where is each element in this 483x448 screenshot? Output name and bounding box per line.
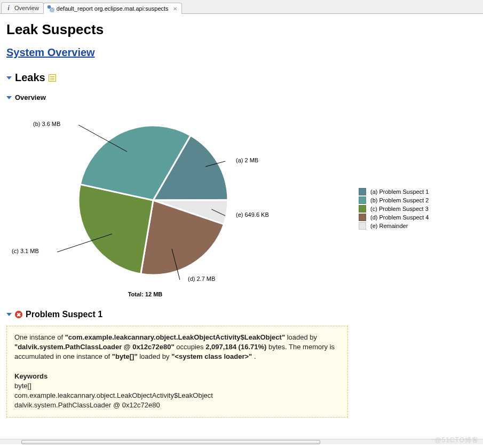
twisty-leaks[interactable]: [6, 76, 12, 80]
pie-label-c: (c) 3.1 MB: [12, 248, 39, 254]
p1-period: .: [254, 352, 256, 360]
legend-swatch: [359, 205, 366, 213]
legend-item-c: (c) Problem Suspect 3: [359, 205, 429, 213]
p1-syscl: "<system class loader>": [171, 352, 252, 360]
legend-label: (d) Problem Suspect 4: [370, 214, 429, 221]
leader-lines: [6, 112, 284, 304]
tab-bar: i Overview default_report org.eclipse.ma…: [0, 0, 483, 14]
pie-chart-zone: (a) 2 MB(e) 649.6 KB(d) 2.7 MB(c) 3.1 MB…: [6, 112, 477, 304]
tab-report-label: default_report org.eclipse.mat.api:suspe…: [57, 5, 169, 12]
legend: (a) Problem Suspect 1(b) Problem Suspect…: [359, 187, 429, 231]
tab-overview[interactable]: i Overview: [1, 2, 44, 13]
scrollbar-thumb[interactable]: [21, 440, 320, 444]
legend-swatch: [359, 197, 366, 204]
legend-label: (b) Problem Suspect 2: [370, 197, 429, 203]
p1-occ: occupies: [176, 343, 205, 351]
pie-label-e: (e) 649.6 KB: [236, 211, 269, 218]
content-area: Leak Suspects System Overview Leaks Over…: [0, 14, 483, 439]
document-icon: [49, 74, 56, 82]
twisty-overview[interactable]: [6, 96, 12, 99]
pie-total-label: Total: 12 MB: [6, 291, 284, 297]
problem1-paragraph: One instance of "com.example.leakcannary…: [14, 333, 340, 362]
p1-loader: "dalvik.system.PathClassLoader @ 0x12c72…: [14, 343, 175, 351]
legend-label: (c) Problem Suspect 3: [370, 206, 429, 212]
legend-item-e: (e) Remainder: [359, 222, 429, 230]
section-problem1-title: Problem Suspect 1: [26, 310, 102, 319]
close-icon[interactable]: ✕: [173, 6, 177, 12]
p1-bytearr: "byte[]": [112, 352, 138, 360]
legend-item-b: (b) Problem Suspect 2: [359, 197, 429, 204]
p1-lb2: loaded by: [139, 352, 171, 360]
p1-kw1: byte[]: [14, 382, 31, 390]
tab-report[interactable]: default_report org.eclipse.mat.api:suspe…: [43, 3, 182, 14]
legend-swatch: [359, 188, 366, 195]
error-icon: ✖: [15, 311, 22, 318]
horizontal-scrollbar[interactable]: [0, 439, 483, 444]
legend-swatch: [359, 222, 366, 230]
report-icon: [47, 5, 54, 12]
p1-loadedby: loaded by: [287, 333, 317, 341]
legend-item-a: (a) Problem Suspect 1: [359, 188, 429, 195]
legend-swatch: [359, 214, 366, 221]
p1-class: "com.example.leakcannary.object.LeakObje…: [65, 333, 285, 341]
legend-label: (e) Remainder: [370, 223, 408, 229]
pie-chart: (a) 2 MB(e) 649.6 KB(d) 2.7 MB(c) 3.1 MB…: [6, 112, 284, 304]
twisty-problem1[interactable]: [6, 313, 12, 316]
p1-kw-heading: Keywords: [14, 372, 47, 380]
p1-kw2: com.example.leakcannary.object.LeakObjec…: [14, 391, 213, 399]
info-icon: i: [5, 4, 12, 12]
p1-occval: 2,097,184 (16.71%): [205, 343, 266, 351]
pie-label-b: (b) 3.6 MB: [33, 121, 60, 127]
legend-item-d: (d) Problem Suspect 4: [359, 214, 429, 221]
page-title: Leak Suspects: [6, 21, 477, 38]
pie-label-a: (a) 2 MB: [236, 157, 258, 163]
section-leaks-title: Leaks: [15, 72, 45, 84]
problem-suspect-1-box: One instance of "com.example.leakcannary…: [6, 326, 348, 418]
system-overview-link[interactable]: System Overview: [6, 46, 95, 59]
p1-prefix: One instance of: [14, 333, 65, 341]
section-overview-title: Overview: [15, 93, 46, 101]
pie-label-d: (d) 2.7 MB: [188, 276, 215, 282]
tab-overview-label: Overview: [14, 5, 39, 11]
legend-label: (a) Problem Suspect 1: [370, 188, 429, 195]
p1-kw3: dalvik.system.PathClassLoader @ 0x12c72e…: [14, 401, 160, 409]
